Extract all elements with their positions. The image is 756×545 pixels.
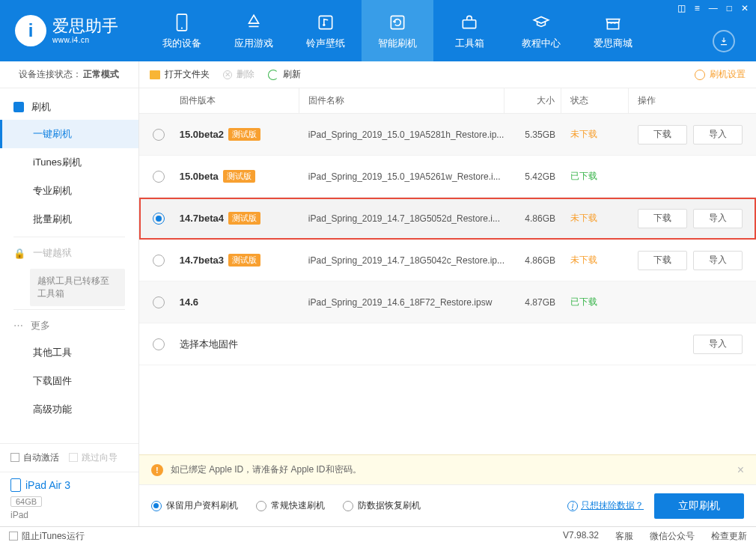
- store-icon: [602, 11, 624, 34]
- svg-rect-4: [391, 16, 403, 28]
- fw-version: 15.0beta: [180, 171, 219, 182]
- music-icon: [314, 11, 337, 34]
- sidebar-item-oneclick-flash[interactable]: 一键刷机: [0, 120, 138, 148]
- sidebar-item-other-tools[interactable]: 其他工具: [0, 338, 138, 367]
- phone-square-icon: [13, 102, 24, 112]
- table-row[interactable]: 14.6iPad_Spring_2019_14.6_18F72_Restore.…: [139, 281, 756, 323]
- device-name[interactable]: iPad Air 3: [0, 472, 138, 493]
- erase-only-link[interactable]: i只想抹除数据？: [567, 499, 644, 512]
- table-header: 固件版本 固件名称 大小 状态 操作: [139, 88, 756, 114]
- sidebar-item-itunes-flash[interactable]: iTunes刷机: [0, 148, 138, 177]
- sidebar-item-advanced[interactable]: 高级功能: [0, 395, 138, 424]
- more-icon: ⋯: [13, 320, 23, 331]
- import-button[interactable]: 导入: [693, 209, 743, 228]
- menu-icon[interactable]: ≡: [695, 3, 700, 13]
- top-bar: i 爱思助手 www.i4.cn 我的设备 应用游戏 铃声壁纸 智能刷机 工具箱…: [0, 0, 756, 61]
- maximize-icon[interactable]: □: [727, 3, 732, 13]
- header-size: 大小: [504, 88, 561, 113]
- logo-icon: i: [15, 15, 46, 46]
- close-icon[interactable]: ✕: [741, 3, 749, 13]
- delete-icon: ✕: [223, 70, 232, 79]
- fw-filename: iPad_Spring_2019_14.7_18G5052d_Restore.i…: [299, 213, 504, 224]
- table-row[interactable]: 14.7beta3测试版iPad_Spring_2019_14.7_18G504…: [139, 240, 756, 281]
- row-radio[interactable]: [153, 129, 165, 141]
- flash-now-button[interactable]: 立即刷机: [654, 493, 744, 519]
- download-indicator-icon[interactable]: [713, 30, 735, 52]
- row-radio[interactable]: [153, 338, 165, 350]
- refresh-button[interactable]: 刷新: [268, 68, 301, 81]
- header-version: 固件版本: [180, 88, 299, 113]
- import-button[interactable]: 导入: [693, 335, 743, 354]
- customer-service-link[interactable]: 客服: [615, 530, 633, 543]
- fw-filename: iPad_Spring_2019_14.6_18F72_Restore.ipsw: [299, 297, 504, 308]
- fw-version: 14.6: [180, 296, 198, 308]
- check-update-link[interactable]: 检查更新: [711, 530, 747, 543]
- row-radio[interactable]: [153, 171, 165, 183]
- nav-apps[interactable]: 应用游戏: [218, 0, 290, 61]
- beta-badge: 测试版: [228, 212, 260, 225]
- info-icon: i: [567, 501, 578, 511]
- brand-name: 爱思助手: [52, 17, 118, 35]
- close-notice-button[interactable]: ×: [737, 463, 744, 477]
- toolbar: 打开文件夹 ✕删除 刷新 刷机设置: [139, 61, 756, 88]
- download-button[interactable]: 下载: [638, 251, 687, 270]
- shirt-icon[interactable]: ◫: [677, 3, 686, 13]
- row-radio[interactable]: [153, 213, 165, 225]
- firmware-rows: 15.0beta2测试版iPad_Spring_2019_15.0_19A528…: [139, 114, 756, 454]
- auto-activate-checkbox[interactable]: 自动激活: [10, 451, 59, 464]
- wechat-link[interactable]: 微信公众号: [650, 530, 695, 543]
- skip-guide-checkbox[interactable]: 跳过向导: [69, 451, 118, 464]
- header-status: 状态: [561, 88, 629, 113]
- fw-filename: iPad_Spring_2019_14.7_18G5042c_Restore.i…: [299, 255, 504, 266]
- sidebar-group-jailbreak: 🔒一键越狱: [0, 240, 138, 266]
- nav-my-device[interactable]: 我的设备: [146, 0, 218, 61]
- main-nav: 我的设备 应用游戏 铃声壁纸 智能刷机 工具箱 教程中心 爱思商城: [146, 0, 649, 61]
- fw-status: 未下载: [561, 254, 629, 267]
- notice-text: 如已绑定 Apple ID，请准备好 Apple ID和密码。: [171, 463, 362, 476]
- device-icon: [10, 478, 21, 492]
- nav-flash[interactable]: 智能刷机: [362, 0, 433, 61]
- fw-status: 未下载: [561, 128, 629, 141]
- fw-size: 4.86GB: [504, 255, 561, 266]
- delete-button[interactable]: ✕删除: [223, 68, 254, 81]
- brand-url: www.i4.cn: [52, 36, 118, 44]
- nav-ringtone[interactable]: 铃声壁纸: [290, 0, 362, 61]
- block-itunes-checkbox[interactable]: 阻止iTunes运行: [9, 530, 85, 543]
- flash-settings-button[interactable]: 刷机设置: [695, 68, 746, 81]
- footer-options: 保留用户资料刷机 常规快速刷机 防数据恢复刷机 i只想抹除数据？ 立即刷机: [139, 484, 756, 526]
- status-bar: 阻止iTunes运行 V7.98.32 客服 微信公众号 检查更新: [0, 526, 756, 545]
- option-keep-data[interactable]: 保留用户资料刷机: [151, 499, 238, 512]
- nav-toolbox[interactable]: 工具箱: [433, 0, 505, 61]
- header-ops: 操作: [629, 94, 756, 107]
- import-button[interactable]: 导入: [693, 251, 743, 270]
- fw-status: 已下载: [561, 296, 629, 308]
- option-quick-flash[interactable]: 常规快速刷机: [256, 499, 325, 512]
- fw-filename: iPad_Spring_2019_15.0_19A5281h_Restore.i…: [299, 130, 504, 140]
- sidebar-group-flash[interactable]: 刷机: [0, 94, 138, 120]
- minimize-icon[interactable]: —: [709, 3, 718, 13]
- import-button[interactable]: 导入: [693, 125, 743, 144]
- nav-store[interactable]: 爱思商城: [577, 0, 649, 61]
- download-button[interactable]: 下载: [638, 125, 687, 144]
- download-button[interactable]: 下载: [638, 209, 687, 228]
- table-row-local[interactable]: 选择本地固件导入: [139, 323, 756, 365]
- sidebar-item-pro-flash[interactable]: 专业刷机: [0, 177, 138, 205]
- nav-tutorial[interactable]: 教程中心: [505, 0, 577, 61]
- sidebar-item-batch-flash[interactable]: 批量刷机: [0, 205, 138, 234]
- row-radio[interactable]: [153, 255, 165, 267]
- fw-version: 14.7beta3: [180, 255, 224, 266]
- sidebar-item-download-fw[interactable]: 下载固件: [0, 367, 138, 395]
- table-row[interactable]: 14.7beta4测试版iPad_Spring_2019_14.7_18G505…: [139, 198, 756, 240]
- table-row[interactable]: 15.0beta2测试版iPad_Spring_2019_15.0_19A528…: [139, 114, 756, 156]
- open-folder-button[interactable]: 打开文件夹: [150, 68, 210, 81]
- option-anti-recovery[interactable]: 防数据恢复刷机: [343, 499, 421, 512]
- app-icon: [243, 11, 265, 34]
- fw-version: 14.7beta4: [180, 213, 224, 224]
- sidebar-group-more[interactable]: ⋯更多: [0, 313, 138, 338]
- row-radio[interactable]: [153, 296, 165, 308]
- table-row[interactable]: 15.0beta测试版iPad_Spring_2019_15.0_19A5261…: [139, 156, 756, 198]
- sidebar: 设备连接状态： 正常模式 刷机 一键刷机 iTunes刷机 专业刷机 批量刷机 …: [0, 61, 139, 526]
- main-panel: 打开文件夹 ✕删除 刷新 刷机设置 固件版本 固件名称 大小 状态 操作 15.…: [139, 61, 756, 526]
- beta-badge: 测试版: [223, 170, 255, 183]
- fw-size: 5.35GB: [504, 130, 561, 140]
